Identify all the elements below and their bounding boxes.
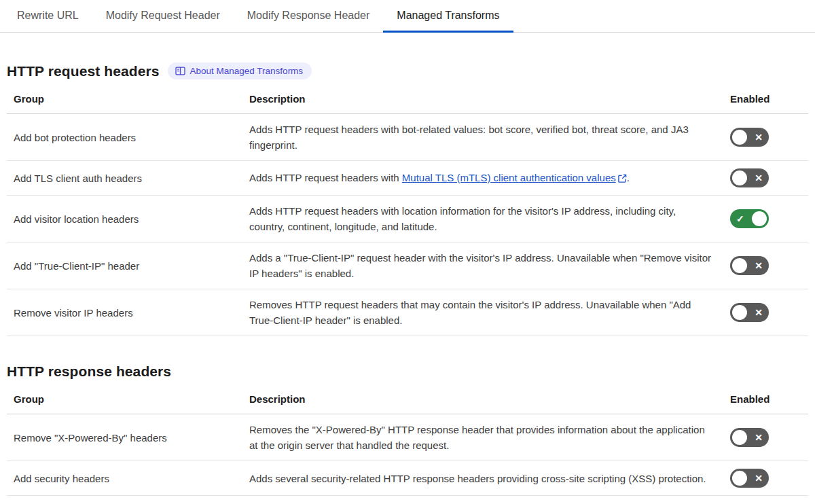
toggle-knob (732, 170, 747, 185)
toggle-remove-x-powered-by-headers[interactable]: ✓ ✕ (730, 428, 769, 447)
column-header-enabled: Enabled (730, 391, 808, 414)
table-row: Add TLS client auth headers Adds HTTP re… (7, 161, 808, 196)
table-row: Add bot protection headers Adds HTTP req… (7, 114, 808, 161)
column-header-group: Group (7, 90, 249, 114)
table-row: Remove "X-Powered-By" headers Removes th… (7, 414, 808, 461)
tab-modify-response-header[interactable]: Modify Response Header (234, 0, 384, 33)
x-icon: ✕ (755, 473, 763, 483)
table-row: Add security headers Adds several securi… (7, 461, 808, 496)
tab-rewrite-url[interactable]: Rewrite URL (3, 0, 92, 33)
request-headers-section-head: HTTP request headers About Managed Trans… (7, 62, 808, 79)
group-cell: Add "True-Client-IP" header (7, 242, 249, 289)
column-header-description: Description (249, 90, 730, 114)
toggle-add-tls-client-auth-headers[interactable]: ✓ ✕ (730, 168, 769, 187)
response-headers-table: Group Description Enabled Remove "X-Powe… (7, 391, 808, 496)
x-icon: ✕ (755, 261, 763, 270)
table-row: Add visitor location headers Adds HTTP r… (7, 196, 808, 242)
description-cell: Adds HTTP request headers with Mutual TL… (249, 161, 730, 196)
about-managed-transforms-badge[interactable]: About Managed Transforms (168, 62, 312, 79)
description-text: Adds HTTP request headers with (249, 172, 402, 183)
toggle-knob (732, 471, 747, 486)
toggle-add-true-client-ip-header[interactable]: ✓ ✕ (730, 256, 769, 275)
toggle-add-visitor-location-headers[interactable]: ✓ ✕ (730, 209, 769, 228)
group-cell: Remove visitor IP headers (7, 289, 249, 336)
column-header-description: Description (249, 391, 730, 414)
group-cell: Add bot protection headers (7, 114, 249, 161)
table-row: Remove visitor IP headers Removes HTTP r… (7, 289, 808, 336)
toggle-knob (732, 305, 747, 320)
table-row: Add "True-Client-IP" header Adds a "True… (7, 242, 808, 289)
description-cell: Adds HTTP request headers with location … (249, 196, 730, 242)
description-cell: Removes the "X-Powered-By" HTTP response… (249, 414, 730, 461)
x-icon: ✕ (755, 308, 763, 317)
toggle-knob (752, 211, 767, 226)
response-headers-title: HTTP response headers (7, 363, 171, 380)
group-cell: Add security headers (7, 461, 249, 496)
tab-modify-request-header[interactable]: Modify Request Header (92, 0, 234, 33)
external-link-icon (618, 171, 627, 187)
toggle-knob (732, 130, 747, 145)
request-headers-title: HTTP request headers (7, 63, 160, 79)
description-cell: Removes HTTP request headers that may co… (249, 289, 730, 336)
mtls-doc-link[interactable]: Mutual TLS (mTLS) client authentication … (402, 172, 616, 183)
toggle-add-bot-protection-headers[interactable]: ✓ ✕ (730, 128, 769, 147)
toggle-add-security-headers[interactable]: ✓ ✕ (730, 469, 769, 488)
request-headers-table: Group Description Enabled Add bot protec… (7, 90, 808, 336)
toggle-remove-visitor-ip-headers[interactable]: ✓ ✕ (730, 303, 769, 322)
response-headers-section-head: HTTP response headers (7, 363, 808, 380)
description-text: . (627, 172, 630, 183)
toggle-knob (732, 258, 747, 273)
tab-managed-transforms[interactable]: Managed Transforms (383, 0, 513, 33)
description-cell: Adds several security-related HTTP respo… (249, 461, 730, 496)
x-icon: ✕ (755, 173, 763, 183)
group-cell: Add TLS client auth headers (7, 161, 249, 196)
group-cell: Add visitor location headers (7, 196, 249, 242)
description-cell: Adds HTTP request headers with bot-relat… (249, 114, 730, 161)
tab-bar: Rewrite URL Modify Request Header Modify… (0, 0, 815, 33)
column-header-group: Group (7, 391, 249, 414)
x-icon: ✕ (755, 433, 763, 442)
toggle-knob (732, 430, 747, 445)
book-icon (175, 67, 185, 75)
group-cell: Remove "X-Powered-By" headers (7, 414, 249, 461)
description-cell: Adds a "True-Client-IP" request header w… (249, 242, 730, 289)
badge-label: About Managed Transforms (190, 66, 304, 76)
check-icon: ✓ (736, 214, 744, 223)
column-header-enabled: Enabled (730, 90, 808, 114)
x-icon: ✕ (755, 132, 763, 142)
